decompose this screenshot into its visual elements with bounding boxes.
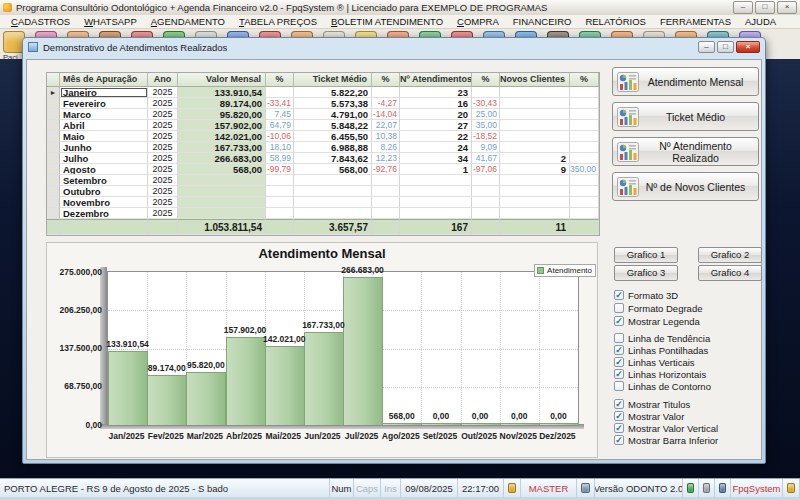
table-row-fevereiro[interactable]: Fevereiro202589.174,00-33,415.573,38-4,2…: [47, 98, 599, 109]
menu-relat-rios[interactable]: RELATÓRIOS: [578, 16, 653, 27]
inner-window-titlebar[interactable]: Demonstrativo de Atendimentos Realizados…: [23, 38, 765, 56]
cell: 34: [400, 153, 472, 164]
checkbox-checked-icon[interactable]: ✓: [614, 399, 624, 409]
minimize-button[interactable]: –: [733, 1, 753, 14]
menu-ajuda[interactable]: AJUDA: [738, 16, 783, 27]
checkbox-checked-icon[interactable]: ✓: [614, 423, 624, 433]
cell: [570, 131, 599, 142]
button-n-atendimento-realizado[interactable]: Nº Atendimento Realizado: [612, 137, 759, 166]
bar-value-label: 0,00: [433, 411, 450, 421]
cell: 5.573,38: [294, 98, 372, 109]
row-indicator: [47, 131, 60, 142]
checkbox-mostrar-titulos[interactable]: ✓Mostrar Titulos: [614, 398, 690, 410]
table-total-row: 1.053.811,543.657,5716711: [47, 219, 599, 235]
cell: -14,04: [372, 109, 400, 120]
status-date: 09/08/2025: [401, 479, 458, 497]
cell: [178, 208, 266, 219]
button-ticket-m-dio[interactable]: Ticket Médio: [612, 102, 759, 131]
checkbox-unchecked-icon[interactable]: [614, 303, 624, 313]
checkbox-linhas-horizontais[interactable]: ✓Linhas Horizontais: [614, 368, 706, 380]
checkbox-checked-icon[interactable]: ✓: [614, 316, 624, 326]
table-row-setembro[interactable]: Setembro2025: [47, 175, 599, 186]
cell: 9,09: [472, 142, 500, 153]
checkbox-linha-de-tend-ncia[interactable]: Linha de Tendência: [614, 332, 710, 344]
checkbox-checked-icon[interactable]: ✓: [614, 345, 624, 355]
cell: -4,27: [372, 98, 400, 109]
cell: 20: [400, 109, 472, 120]
checkbox-mostrar-legenda[interactable]: ✓Mostrar Legenda: [614, 315, 700, 327]
table-row-junho[interactable]: Junho2025167.733,0018,106.988,888,26249,…: [47, 142, 599, 153]
checkbox-linhas-verticais[interactable]: ✓Linhas Verticais: [614, 356, 695, 368]
checkbox-checked-icon[interactable]: ✓: [614, 411, 624, 421]
button-grafico-2[interactable]: Grafico 2: [698, 247, 762, 263]
row-indicator: [47, 175, 60, 186]
table-row-marco[interactable]: Marco202595.820,007,454.791,00-14,042025…: [47, 109, 599, 120]
checkbox-formato-degrade[interactable]: Formato Degrade: [614, 302, 702, 314]
checkbox-mostrar-barra-inferior[interactable]: ✓Mostrar Barra Inferior: [614, 434, 718, 446]
table-row-maio[interactable]: Maio2025142.021,00-10,066.455,5010,3822-…: [47, 131, 599, 142]
cell: [372, 186, 400, 197]
table-row-novembro[interactable]: Novembro2025: [47, 197, 599, 208]
bar-set-2025: [421, 423, 461, 425]
button-grafico-1[interactable]: Grafico 1: [614, 247, 678, 263]
cell: 89.174,00: [178, 98, 266, 109]
menu-cadastros[interactable]: CADASTROS: [4, 16, 77, 27]
cell: 142.021,00: [178, 131, 266, 142]
cell: [500, 120, 570, 131]
table-row-dezembro[interactable]: Dezembro2025: [47, 208, 599, 219]
cell: [570, 175, 599, 186]
status-segment: [504, 479, 521, 497]
checkbox-mostrar-valor[interactable]: ✓Mostrar Valor: [614, 410, 684, 422]
checkbox-checked-icon[interactable]: ✓: [614, 290, 624, 300]
menu-compra[interactable]: COMPRA: [450, 16, 506, 27]
checkbox-checked-icon[interactable]: ✓: [614, 357, 624, 367]
table-row-julho[interactable]: Julho2025266.683,0058,997.843,6212,23344…: [47, 153, 599, 164]
menu-tabela-pre-os[interactable]: TABELA PREÇOS: [232, 16, 324, 27]
cell: 157.902,00: [178, 120, 266, 131]
checkbox-label: Linhas Horizontais: [628, 369, 706, 380]
checkbox-checked-icon[interactable]: ✓: [614, 369, 624, 379]
demonstrativo-window: Demonstrativo de Atendimentos Realizados…: [22, 37, 766, 464]
checkbox-mostrar-valor-vertical[interactable]: ✓Mostrar Valor Vertical: [614, 422, 718, 434]
button-grafico-3[interactable]: Grafico 3: [614, 265, 678, 281]
menu-whatsapp[interactable]: WHATSAPP: [77, 16, 144, 27]
chart-title: Atendimento Mensal: [47, 246, 597, 261]
cell: 7.843,62: [294, 153, 372, 164]
button-n-de-novos-clientes[interactable]: Nº de Novos Clientes: [612, 172, 759, 201]
bar-jan-2025: [108, 351, 148, 426]
status-user: MASTER: [521, 479, 577, 497]
bar-jul-2025: [343, 277, 383, 425]
table-row-janeiro[interactable]: ►Janeiro2025133.910,545.822,2023: [47, 87, 599, 98]
checkbox-linhas-pontilhadas[interactable]: ✓Linhas Pontilhadas: [614, 344, 708, 356]
menu-ferramentas[interactable]: FERRAMENTAS: [653, 16, 738, 27]
app-icon: [3, 3, 12, 12]
checkbox-checked-icon[interactable]: ✓: [614, 435, 624, 445]
checkbox-unchecked-icon[interactable]: [614, 381, 624, 391]
inner-minimize-button[interactable]: –: [698, 41, 715, 53]
menu-financeiro[interactable]: FINANCEIRO: [506, 16, 579, 27]
checkbox-unchecked-icon[interactable]: [614, 333, 624, 343]
close-button[interactable]: ×: [777, 1, 797, 14]
table-row-agosto[interactable]: Agosto2025568,00-99,79568,00-92,761-97,0…: [47, 164, 599, 175]
table-row-abril[interactable]: Abril2025157.902,0064,795.848,2222,07273…: [47, 120, 599, 131]
button-atendimento-mensal[interactable]: Atendimento Mensal: [612, 67, 759, 96]
inner-window-icon: [28, 42, 38, 52]
restore-button[interactable]: □: [755, 1, 775, 14]
x-axis-tick: Nov/2025: [500, 431, 537, 441]
inner-restore-button[interactable]: □: [717, 41, 734, 53]
status-location-date: PORTO ALEGRE - RS 9 de Agosto de 2025 - …: [0, 479, 330, 497]
checkbox-formato-3d[interactable]: ✓Formato 3D: [614, 289, 678, 301]
checkbox-label: Mostrar Valor: [628, 411, 684, 422]
button-grafico-4[interactable]: Grafico 4: [698, 265, 762, 281]
x-axis-tick: Mar/2025: [187, 431, 223, 441]
cell: 22: [400, 131, 472, 142]
menu-agendamento[interactable]: AGENDAMENTO: [144, 16, 232, 27]
status-version: Versão ODONTO 2.0: [595, 479, 683, 497]
cell: [500, 186, 570, 197]
checkbox-label: Linhas Verticais: [628, 357, 695, 368]
menu-boletim-atendimento[interactable]: BOLETIM ATENDIMENTO: [324, 16, 450, 27]
inner-close-button[interactable]: ×: [736, 41, 760, 53]
checkbox-linhas-de-contorno[interactable]: Linhas de Contorno: [614, 380, 711, 392]
row-indicator: [47, 208, 60, 219]
table-row-outubro[interactable]: Outubro2025: [47, 186, 599, 197]
